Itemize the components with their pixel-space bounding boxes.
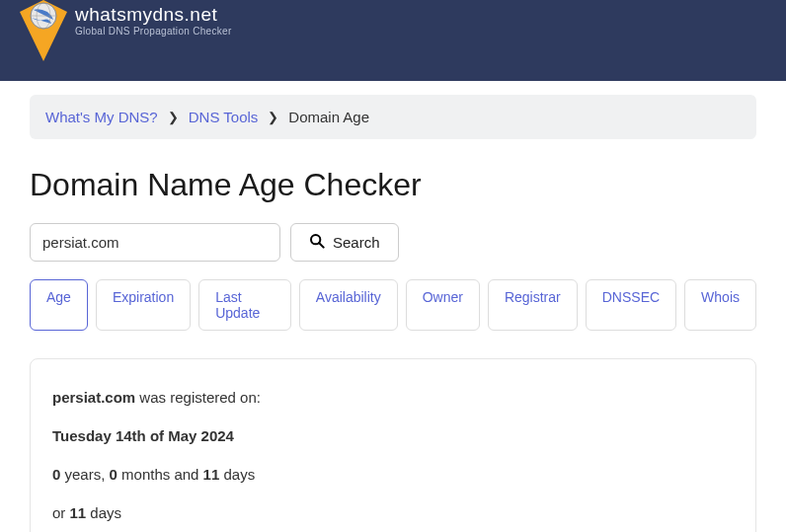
result-total-days: or 11 days	[52, 504, 734, 521]
search-icon	[309, 233, 325, 252]
tab-dnssec[interactable]: DNSSEC	[586, 279, 676, 331]
tabs-row: Age Expiration Last Update Availability …	[30, 279, 756, 331]
tab-age[interactable]: Age	[30, 279, 88, 331]
breadcrumb-home-link[interactable]: What's My DNS?	[45, 109, 158, 125]
svg-line-6	[319, 243, 324, 248]
tab-expiration[interactable]: Expiration	[96, 279, 191, 331]
site-header: whatsmydns.net Global DNS Propagation Ch…	[0, 0, 786, 81]
result-age-breakdown: 0 years, 0 months and 11 days	[52, 466, 734, 483]
search-button[interactable]: Search	[290, 223, 399, 262]
result-registered-line: persiat.com was registered on:	[52, 389, 734, 406]
globe-pin-icon	[20, 0, 67, 65]
chevron-right-icon: ❯	[268, 110, 278, 124]
domain-input[interactable]	[30, 223, 280, 262]
page-title: Domain Name Age Checker	[30, 167, 756, 203]
breadcrumb-current: Domain Age	[288, 109, 369, 125]
logo-link[interactable]: whatsmydns.net Global DNS Propagation Ch…	[20, 0, 232, 65]
result-domain: persiat.com	[52, 389, 135, 406]
tab-availability[interactable]: Availability	[299, 279, 398, 331]
search-button-label: Search	[333, 234, 380, 251]
tab-last-update[interactable]: Last Update	[198, 279, 291, 331]
breadcrumb-tools-link[interactable]: DNS Tools	[189, 109, 259, 125]
site-subtitle: Global DNS Propagation Checker	[75, 26, 232, 37]
tab-whois[interactable]: Whois	[684, 279, 756, 331]
result-card: persiat.com was registered on: Tuesday 1…	[30, 358, 756, 532]
result-registration-date: Tuesday 14th of May 2024	[52, 427, 734, 444]
tab-owner[interactable]: Owner	[406, 279, 480, 331]
chevron-right-icon: ❯	[168, 110, 179, 124]
breadcrumb: What's My DNS? ❯ DNS Tools ❯ Domain Age	[30, 95, 756, 139]
search-row: Search	[30, 223, 756, 262]
tab-registrar[interactable]: Registrar	[488, 279, 578, 331]
site-title: whatsmydns.net	[75, 4, 232, 26]
